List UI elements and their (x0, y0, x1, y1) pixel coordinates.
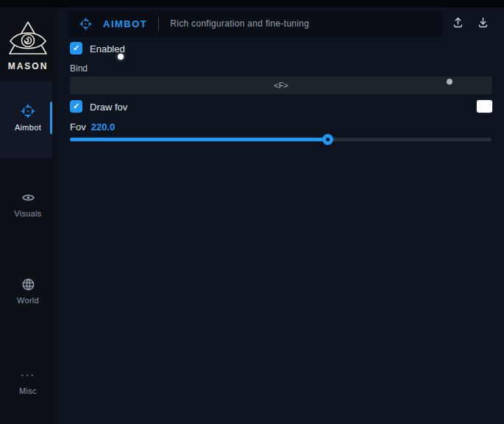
header-divider (158, 17, 159, 30)
export-config-button[interactable] (449, 15, 466, 32)
draw-fov-checkbox[interactable]: ✓ (70, 100, 82, 113)
sidebar-item-label: World (17, 296, 39, 305)
fov-slider[interactable] (70, 138, 491, 141)
fov-value-row: Fov 220.0 (70, 121, 115, 132)
sidebar-item-label: Aimbot (15, 123, 41, 132)
page-header: AIMBOT Rich configuration and fine-tunin… (68, 10, 443, 37)
crosshair-icon (79, 18, 92, 30)
mouse-cursor-dot (118, 54, 124, 60)
bind-input[interactable]: <F> (70, 77, 492, 94)
sidebar-item-label: Visuals (14, 209, 41, 218)
crosshair-icon (21, 104, 35, 119)
enabled-label: Enabled (90, 43, 125, 54)
sidebar-item-aimbot[interactable]: Aimbot (0, 104, 56, 132)
fov-value: 220.0 (91, 121, 116, 132)
fov-label: Fov (70, 121, 86, 132)
download-icon (477, 16, 489, 32)
mason-logo-icon (7, 21, 49, 56)
upload-icon (452, 16, 464, 32)
slider-handle-dot (326, 138, 330, 141)
sidebar: MASON Aimbot Visuals (0, 7, 56, 424)
top-strip (0, 0, 504, 7)
page-title: AIMBOT (103, 18, 147, 29)
ellipsis-icon: ··· (21, 367, 35, 382)
check-icon: ✓ (73, 44, 79, 52)
eye-icon (21, 190, 35, 205)
sidebar-item-misc[interactable]: ··· Misc (0, 367, 56, 395)
sidebar-item-label: Misc (19, 386, 37, 395)
fov-color-swatch[interactable] (477, 100, 492, 113)
brand-name: MASON (8, 61, 49, 71)
check-icon: ✓ (73, 102, 79, 110)
indicator-dot (447, 79, 452, 85)
enabled-checkbox[interactable]: ✓ (70, 42, 82, 54)
brand: MASON (0, 21, 56, 71)
page-subtitle: Rich configuration and fine-tuning (170, 18, 309, 29)
fov-slider-handle[interactable] (322, 134, 333, 145)
import-config-button[interactable] (474, 15, 491, 32)
bind-label: Bind (70, 63, 88, 74)
globe-icon (21, 277, 35, 292)
sidebar-item-world[interactable]: World (0, 277, 56, 305)
sidebar-item-visuals[interactable]: Visuals (0, 190, 56, 218)
fov-slider-fill (70, 138, 327, 141)
draw-fov-label: Draw fov (90, 102, 127, 113)
